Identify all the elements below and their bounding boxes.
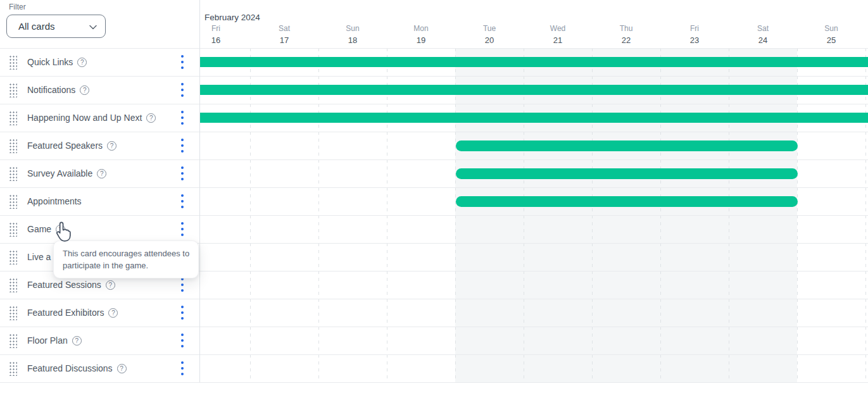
card-row: Notifications? bbox=[0, 76, 199, 104]
kebab-menu-icon[interactable] bbox=[179, 109, 186, 127]
month-label: February 2024 bbox=[204, 13, 260, 22]
day-header: Fri16 bbox=[182, 24, 250, 45]
schedule-bar[interactable] bbox=[456, 140, 798, 151]
kebab-menu-icon[interactable] bbox=[179, 54, 186, 71]
card-row: Appointments bbox=[0, 187, 199, 215]
card-label: Survey Available bbox=[27, 168, 92, 178]
row-separator bbox=[0, 382, 868, 383]
drag-handle-icon[interactable] bbox=[9, 166, 17, 181]
drag-handle-icon[interactable] bbox=[9, 55, 17, 70]
help-icon[interactable]: ? bbox=[107, 141, 116, 151]
kebab-menu-icon[interactable] bbox=[179, 360, 186, 377]
help-icon[interactable]: ? bbox=[106, 280, 115, 290]
drag-handle-icon[interactable] bbox=[9, 111, 17, 125]
drag-handle-icon[interactable] bbox=[9, 278, 17, 292]
drag-handle-icon[interactable] bbox=[9, 222, 17, 237]
card-label: Floor Plan bbox=[27, 335, 68, 346]
drag-handle-icon[interactable] bbox=[9, 250, 17, 265]
schedule-bar[interactable] bbox=[199, 113, 868, 123]
card-label: Featured Exhibitors bbox=[27, 308, 104, 318]
day-header: Thu22 bbox=[592, 24, 660, 45]
day-header: Fri23 bbox=[660, 24, 729, 45]
help-tooltip-line2: participate in the game. bbox=[63, 259, 189, 271]
kebab-menu-icon[interactable] bbox=[179, 193, 186, 210]
day-name-label: Sun bbox=[318, 24, 387, 33]
help-icon[interactable]: ? bbox=[80, 85, 89, 95]
card-scheduler: Filter All cards February 2024 Fri16Sat1… bbox=[0, 0, 868, 393]
help-icon[interactable]: ? bbox=[72, 336, 82, 346]
kebab-menu-icon[interactable] bbox=[179, 277, 186, 294]
card-row: Floor Plan? bbox=[0, 327, 199, 354]
drag-handle-icon[interactable] bbox=[9, 83, 17, 97]
day-number-label: 23 bbox=[660, 35, 729, 45]
day-number-label: 18 bbox=[318, 35, 387, 45]
day-header: Sat24 bbox=[729, 24, 797, 45]
help-tooltip: This card encourages attendees to partic… bbox=[53, 240, 199, 278]
day-number-label: 20 bbox=[455, 35, 524, 45]
card-label: Notifications bbox=[27, 85, 75, 95]
day-number-label: 21 bbox=[524, 35, 592, 45]
filter-label: Filter bbox=[9, 3, 26, 11]
schedule-bar[interactable] bbox=[456, 168, 798, 179]
filter-dropdown[interactable]: All cards bbox=[6, 15, 106, 38]
card-label: Happening Now and Up Next bbox=[27, 113, 142, 123]
kebab-menu-icon[interactable] bbox=[179, 332, 186, 349]
drag-handle-icon[interactable] bbox=[9, 361, 17, 376]
day-header: Sun18 bbox=[318, 24, 387, 45]
day-header: Wed21 bbox=[524, 24, 592, 45]
kebab-menu-icon[interactable] bbox=[179, 221, 186, 238]
kebab-menu-icon[interactable] bbox=[179, 137, 186, 154]
help-icon[interactable]: ? bbox=[77, 58, 87, 67]
card-label: Live a bbox=[27, 252, 51, 262]
drag-handle-icon[interactable] bbox=[9, 306, 17, 320]
day-name-label: Thu bbox=[592, 24, 660, 33]
card-label: Featured Speakers bbox=[27, 140, 103, 151]
day-header: Tue20 bbox=[455, 24, 524, 45]
card-row: Happening Now and Up Next? bbox=[0, 104, 199, 132]
day-header: Mon19 bbox=[387, 24, 455, 45]
drag-handle-icon[interactable] bbox=[9, 139, 17, 153]
day-number-label: 25 bbox=[797, 35, 865, 45]
day-number-label: 22 bbox=[592, 35, 660, 45]
day-name-label: Sat bbox=[250, 24, 318, 33]
help-icon[interactable]: ? bbox=[108, 308, 118, 318]
day-header: Sun25 bbox=[797, 24, 865, 45]
day-header: Sat17 bbox=[250, 24, 318, 45]
day-number-label: 24 bbox=[729, 35, 797, 45]
schedule-bar[interactable] bbox=[199, 85, 868, 95]
card-row: Game? bbox=[0, 215, 199, 243]
schedule-bar[interactable] bbox=[199, 57, 868, 67]
day-name-label: Mon bbox=[387, 24, 455, 33]
card-label: Featured Sessions bbox=[27, 280, 101, 290]
card-row: Featured Discussions? bbox=[0, 354, 199, 382]
drag-handle-icon[interactable] bbox=[9, 334, 17, 348]
card-label: Quick Links bbox=[27, 57, 73, 67]
kebab-menu-icon[interactable] bbox=[179, 304, 186, 321]
card-label: Appointments bbox=[27, 196, 82, 206]
card-label: Game bbox=[27, 224, 51, 234]
day-number-label: 17 bbox=[250, 35, 318, 45]
day-name-label: Tue bbox=[455, 24, 524, 33]
card-row: Quick Links? bbox=[0, 48, 199, 76]
drag-handle-icon[interactable] bbox=[9, 194, 17, 209]
card-label: Featured Discussions bbox=[27, 363, 113, 373]
day-name-label: Fri bbox=[660, 24, 729, 33]
help-tooltip-line1: This card encourages attendees to bbox=[63, 247, 189, 259]
help-icon[interactable]: ? bbox=[97, 169, 106, 178]
day-name-label: Wed bbox=[524, 24, 592, 33]
card-row: Survey Available? bbox=[0, 159, 199, 187]
day-number-label: 19 bbox=[387, 35, 455, 45]
card-row: Featured Speakers? bbox=[0, 132, 199, 159]
day-name-label: Fri bbox=[182, 24, 250, 33]
card-row: Featured Exhibitors? bbox=[0, 299, 199, 327]
kebab-menu-icon[interactable] bbox=[179, 82, 186, 99]
kebab-menu-icon[interactable] bbox=[179, 165, 186, 182]
help-icon[interactable]: ? bbox=[117, 364, 127, 373]
chevron-down-icon bbox=[89, 25, 97, 30]
filter-dropdown-value: All cards bbox=[18, 21, 55, 32]
sidebar-divider bbox=[199, 0, 200, 382]
hand-cursor-icon bbox=[54, 221, 72, 243]
help-icon[interactable]: ? bbox=[146, 113, 156, 123]
schedule-bar[interactable] bbox=[456, 196, 798, 207]
day-name-label: Sun bbox=[797, 24, 865, 33]
